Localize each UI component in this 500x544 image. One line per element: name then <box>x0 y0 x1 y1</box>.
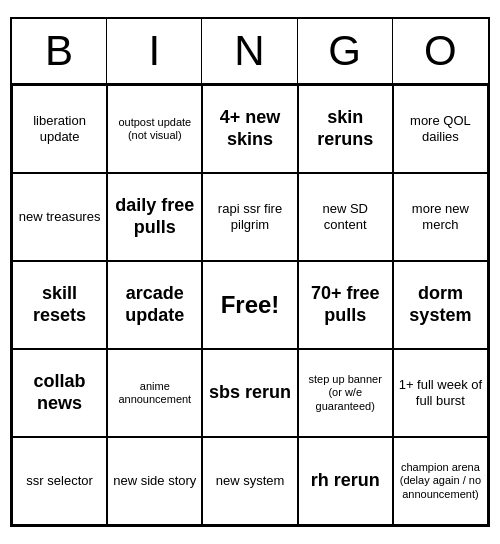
bingo-grid: liberation updateoutpost update (not vis… <box>12 85 488 525</box>
bingo-cell-0: liberation update <box>12 85 107 173</box>
bingo-cell-18: step up banner (or w/e guaranteed) <box>298 349 393 437</box>
bingo-cell-5: new treasures <box>12 173 107 261</box>
bingo-cell-12: Free! <box>202 261 297 349</box>
bingo-cell-17: sbs rerun <box>202 349 297 437</box>
bingo-letter: B <box>12 19 107 83</box>
bingo-cell-16: anime announcement <box>107 349 202 437</box>
bingo-cell-10: skill resets <box>12 261 107 349</box>
bingo-cell-3: skin reruns <box>298 85 393 173</box>
bingo-cell-2: 4+ new skins <box>202 85 297 173</box>
bingo-letter: G <box>298 19 393 83</box>
bingo-letter: O <box>393 19 488 83</box>
bingo-cell-1: outpost update (not visual) <box>107 85 202 173</box>
bingo-cell-23: rh rerun <box>298 437 393 525</box>
bingo-letter: I <box>107 19 202 83</box>
bingo-cell-22: new system <box>202 437 297 525</box>
bingo-cell-13: 70+ free pulls <box>298 261 393 349</box>
bingo-cell-21: new side story <box>107 437 202 525</box>
bingo-cell-4: more QOL dailies <box>393 85 488 173</box>
bingo-cell-24: champion arena (delay again / no announc… <box>393 437 488 525</box>
bingo-cell-20: ssr selector <box>12 437 107 525</box>
bingo-cell-14: dorm system <box>393 261 488 349</box>
bingo-cell-7: rapi ssr fire pilgrim <box>202 173 297 261</box>
bingo-cell-19: 1+ full week of full burst <box>393 349 488 437</box>
bingo-header: BINGO <box>12 19 488 85</box>
bingo-cell-15: collab news <box>12 349 107 437</box>
bingo-cell-11: arcade update <box>107 261 202 349</box>
bingo-letter: N <box>202 19 297 83</box>
bingo-cell-6: daily free pulls <box>107 173 202 261</box>
bingo-card: BINGO liberation updateoutpost update (n… <box>10 17 490 527</box>
bingo-cell-8: new SD content <box>298 173 393 261</box>
bingo-cell-9: more new merch <box>393 173 488 261</box>
